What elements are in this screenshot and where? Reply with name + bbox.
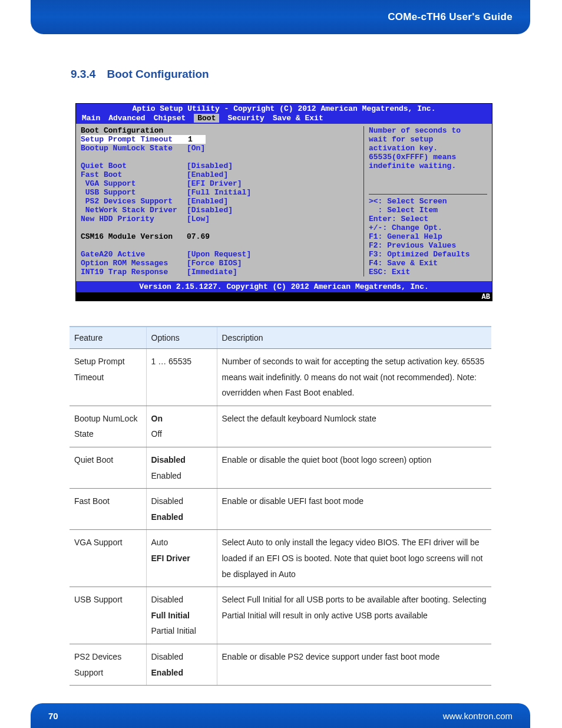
options-cell: DisabledEnabled	[146, 644, 217, 685]
option-value: Disabled	[151, 649, 212, 665]
table-row: Setup Prompt Timeout1 … 65535Number of s…	[70, 349, 491, 406]
bios-value: 1	[187, 135, 206, 144]
header-bar: COMe-cTH6 User's Guide	[31, 0, 530, 34]
bios-nav-line: : Select Item	[369, 206, 487, 215]
bios-menu-security[interactable]: Security	[227, 114, 264, 123]
bios-row: New HDD Priority[Low]	[81, 215, 360, 223]
bios-value: [Low]	[187, 215, 210, 223]
bios-label: NetWork Stack Driver	[81, 206, 187, 215]
bios-row: INT19 Trap Response[Immediate]	[81, 268, 360, 276]
bios-label: PS2 Devices Support	[81, 197, 187, 206]
option-value: Auto	[151, 535, 212, 551]
bios-value: [Disabled]	[187, 206, 233, 215]
bios-nav-line: Enter: Select	[369, 215, 487, 223]
feature-cell: Fast Boot	[70, 489, 146, 530]
footer-bar: 70 www.kontron.com	[31, 703, 530, 728]
bios-nav-line: F3: Optimized Defaults	[369, 250, 487, 259]
table-row: Bootup NumLock StateOnOffSelect the defa…	[70, 406, 491, 447]
option-value: Enabled	[151, 468, 212, 484]
table-header-cell: Feature	[70, 327, 146, 349]
bios-watermark: AB	[75, 293, 492, 301]
bios-label: Option ROM Messages	[81, 259, 187, 268]
bios-row	[81, 241, 360, 250]
bios-row: USB Support[Full Initial]	[81, 188, 360, 197]
bios-row: GateA20 Active[Upon Request]	[81, 250, 360, 259]
option-value: Enabled	[151, 509, 212, 525]
bios-row	[81, 153, 360, 162]
options-cell: AutoEFI Driver	[146, 530, 217, 587]
feature-cell: PS2 Devices Support	[70, 644, 146, 685]
option-value: Disabled	[151, 452, 212, 468]
bios-left-panel: Boot ConfigurationSetup Prompt Timeout1B…	[81, 126, 360, 276]
bios-menu-boot[interactable]: Boot	[194, 114, 219, 123]
feature-cell: Bootup NumLock State	[70, 406, 146, 447]
bios-row: Bootup NumLock State[On]	[81, 144, 360, 153]
bios-menu-save-exit[interactable]: Save & Exit	[273, 114, 323, 123]
bios-label: GateA20 Active	[81, 250, 187, 259]
table-row: Fast BootDisabledEnabledEnable or disabl…	[70, 489, 491, 530]
bios-value: 07.69	[187, 232, 210, 241]
bios-label	[81, 241, 187, 250]
option-value: On	[151, 411, 212, 427]
bios-help-text: Number of seconds to wait for setup acti…	[369, 126, 487, 170]
table-row: VGA SupportAutoEFI DriverSelect Auto to …	[70, 530, 491, 587]
bios-label: USB Support	[81, 188, 187, 197]
bios-label: New HDD Priority	[81, 215, 187, 223]
bios-row: CSM16 Module Version07.69	[81, 232, 360, 241]
bios-row: Option ROM Messages[Force BIOS]	[81, 259, 360, 268]
bios-nav-help: ><: Select Screen : Select ItemEnter: Se…	[369, 197, 487, 276]
option-value: Off	[151, 426, 212, 442]
bios-label: INT19 Trap Response	[81, 268, 187, 276]
option-value: 1 … 65535	[151, 354, 212, 370]
options-cell: DisabledEnabled	[146, 447, 217, 488]
bios-label	[81, 223, 187, 232]
bios-row: NetWork Stack Driver[Disabled]	[81, 206, 360, 215]
table-header-row: FeatureOptionsDescription	[70, 327, 491, 349]
bios-value: [Disabled]	[187, 162, 233, 170]
feature-table: FeatureOptionsDescription Setup Prompt T…	[70, 326, 491, 686]
bios-title: Aptio Setup Utility - Copyright (C) 2012…	[76, 104, 492, 114]
bios-nav-line: ><: Select Screen	[369, 197, 487, 206]
bios-value: [Full Initial]	[187, 188, 251, 197]
bios-right-panel: Number of seconds to wait for setup acti…	[363, 126, 487, 276]
feature-cell: Setup Prompt Timeout	[70, 349, 146, 406]
bios-menu-chipset[interactable]: Chipset	[154, 114, 186, 123]
feature-table-wrap: FeatureOptionsDescription Setup Prompt T…	[70, 326, 491, 686]
footer-url: www.kontron.com	[443, 711, 513, 721]
section-heading: 9.3.4 Boot Configuration	[71, 68, 209, 81]
bios-label: Quiet Boot	[81, 162, 187, 170]
bios-value: [Upon Request]	[187, 250, 251, 259]
options-cell: DisabledFull InitialPartial Initial	[146, 587, 217, 644]
table-row: Quiet BootDisabledEnabledEnable or disab…	[70, 447, 491, 488]
bios-row: Setup Prompt Timeout1	[81, 135, 360, 144]
table-header-cell: Options	[146, 327, 217, 349]
bios-screenshot: Aptio Setup Utility - Copyright (C) 2012…	[75, 103, 492, 301]
feature-cell: USB Support	[70, 587, 146, 644]
bios-row: Fast Boot[Enabled]	[81, 170, 360, 179]
feature-cell: VGA Support	[70, 530, 146, 587]
bios-nav-line: +/-: Change Opt.	[369, 223, 487, 232]
option-value: Disabled	[151, 592, 212, 608]
options-cell: 1 … 65535	[146, 349, 217, 406]
bios-value: [Enabled]	[187, 197, 228, 206]
table-header-cell: Description	[217, 327, 491, 349]
bios-row: Quiet Boot[Disabled]	[81, 162, 360, 170]
bios-row	[81, 223, 360, 232]
page-number: 70	[48, 711, 58, 721]
doc-title: COMe-cTH6 User's Guide	[388, 11, 513, 23]
bios-value: [EFI Driver]	[187, 179, 242, 188]
bios-value: [Enabled]	[187, 170, 228, 179]
bios-row: Boot Configuration	[81, 126, 360, 135]
bios-nav-line: F4: Save & Exit	[369, 259, 487, 268]
bios-label: CSM16 Module Version	[81, 232, 187, 241]
bios-row: VGA Support[EFI Driver]	[81, 179, 360, 188]
option-value: EFI Driver	[151, 551, 212, 566]
bios-menu-main[interactable]: Main	[82, 114, 100, 123]
description-cell: Select Full Initial for all USB ports to…	[217, 587, 491, 644]
section-number: 9.3.4	[71, 68, 95, 80]
bios-menu-advanced[interactable]: Advanced	[108, 114, 145, 123]
bios-label: VGA Support	[81, 179, 187, 188]
options-cell: DisabledEnabled	[146, 489, 217, 530]
bios-nav-line: F1: General Help	[369, 232, 487, 241]
description-cell: Enable or disable UEFI fast boot mode	[217, 489, 491, 530]
